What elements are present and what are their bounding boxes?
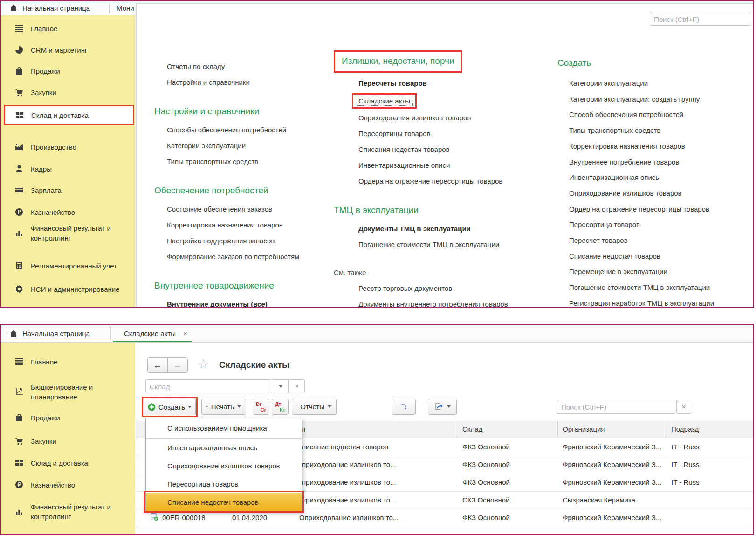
menu-link[interactable]: Типы транспортных средств bbox=[557, 123, 714, 138]
tab-home[interactable]: Начальная страница bbox=[3, 325, 96, 342]
sidebar-item-glavnoe[interactable]: Главное bbox=[14, 355, 57, 369]
menu-link[interactable]: Списание недостач товаров bbox=[557, 248, 714, 264]
sidebar-item-label: CRM и маркетинг bbox=[31, 46, 87, 54]
menu-link[interactable]: Списания недостач товаров bbox=[334, 142, 508, 158]
tab-close-icon[interactable]: × bbox=[183, 330, 187, 337]
menu-link[interactable]: Формирование заказов по потребностям bbox=[154, 249, 299, 265]
menu-link[interactable]: Внутреннее потребление товаров bbox=[557, 154, 714, 170]
back-button[interactable]: ← bbox=[147, 357, 168, 373]
menu-link[interactable]: Документы внутреннего потребления товаро… bbox=[334, 296, 508, 308]
dr-cr-button[interactable]: Dr Cr bbox=[253, 399, 269, 415]
sidebar-item-label: Финансовый результат и контроллинг bbox=[31, 223, 126, 243]
menu-link[interactable]: Способы обеспечения потребностей bbox=[154, 122, 299, 138]
menu-link[interactable]: Регистрация наработок ТМЦ в эксплуатации bbox=[557, 295, 714, 308]
menu-link[interactable]: Инвентаризационные описи bbox=[334, 158, 508, 173]
ruble-icon bbox=[14, 480, 24, 490]
menu-link-focused[interactable]: Складские акты bbox=[356, 96, 413, 106]
cell-department: IT - Russ bbox=[671, 443, 700, 451]
cell-organization: Сызранская Керамика bbox=[563, 496, 635, 504]
menu-item[interactable]: С использованием помощника bbox=[146, 418, 302, 439]
menu-link[interactable]: Категории эксплуатации: создать группу bbox=[557, 91, 714, 107]
page-title: Складские акты bbox=[219, 360, 289, 370]
search-input[interactable] bbox=[650, 13, 751, 26]
menu-link[interactable]: Категории эксплуатации bbox=[557, 76, 714, 91]
menu-link[interactable]: Реестр торговых документов bbox=[334, 281, 508, 296]
tab-skladskie-akty[interactable]: Складские акты × bbox=[117, 325, 194, 342]
create-button[interactable]: Создать bbox=[144, 399, 196, 415]
menu-link[interactable]: Пересортицы товаров bbox=[334, 126, 508, 142]
screenshot-2-frame: Начальная страница Складские акты × Глав… bbox=[0, 324, 754, 535]
sidebar-item-sklad-highlighted[interactable]: Склад и доставка bbox=[4, 105, 134, 125]
cell-organization: Фряновский Керамический З... bbox=[563, 514, 661, 522]
menu-item[interactable]: Оприходование излишков товаров bbox=[146, 457, 302, 475]
cell-type: писание недостач товаров bbox=[302, 443, 388, 451]
menu-link[interactable]: Категории эксплуатации bbox=[154, 138, 299, 154]
list-search-input[interactable] bbox=[557, 400, 675, 414]
filter-clear-button[interactable]: × bbox=[289, 379, 305, 393]
sidebar-item-zarplata[interactable]: Зарплата bbox=[14, 183, 62, 197]
section-title: Создать bbox=[557, 56, 714, 70]
sidebar-item-kaznacheystvo[interactable]: Казначейство bbox=[14, 478, 75, 492]
post-document-button[interactable] bbox=[392, 399, 416, 415]
menu-link[interactable]: Пересортица товаров bbox=[557, 217, 714, 233]
card-icon bbox=[14, 185, 24, 195]
menu-link[interactable]: Оприходования излишков товаров bbox=[334, 110, 508, 126]
menu-link[interactable]: Способ обеспечения потребностей bbox=[557, 107, 714, 123]
menu-link[interactable]: Корректировка назначения товаров bbox=[154, 217, 299, 233]
menu-link[interactable]: Состояние обеспечения заказов bbox=[154, 201, 299, 217]
document-send-icon bbox=[434, 403, 444, 411]
menu-link[interactable]: Пересчет товаров bbox=[557, 233, 714, 248]
favorite-star-icon[interactable]: ☆ bbox=[198, 357, 209, 372]
menu-link[interactable]: Корректировка назначения товаров bbox=[557, 138, 714, 154]
menu-link[interactable]: Погашение стоимости ТМЦ в эксплуатации bbox=[334, 237, 508, 253]
cell-type: приходование излишков то... bbox=[302, 478, 396, 486]
sidebar-item-sklad[interactable]: Склад и доставка bbox=[14, 456, 88, 470]
menu-link[interactable]: Документы ТМЦ в эксплуатации bbox=[334, 221, 508, 237]
reports-button[interactable]: Отчеты bbox=[292, 399, 337, 415]
sidebar-item-nsi[interactable]: НСИ и администрирование bbox=[14, 277, 126, 301]
annotation-box-skladskie-akty: Складские акты bbox=[352, 93, 417, 109]
sidebar-item-finrezultat[interactable]: Финансовый результат и контроллинг bbox=[14, 221, 126, 245]
chevron-down-icon bbox=[447, 405, 451, 408]
sidebar-item-kaznacheystvo[interactable]: Казначейство bbox=[14, 205, 75, 219]
sidebar-item-zakupki[interactable]: Закупки bbox=[14, 434, 56, 448]
menu-item[interactable]: Инвентаризационная опись bbox=[146, 439, 302, 457]
sidebar-item-label: НСИ и администрирование bbox=[31, 284, 120, 294]
sidebar-item-label: Главное bbox=[31, 25, 57, 33]
sidebar-item-prodazhi[interactable]: Продажи bbox=[14, 64, 60, 78]
dt-kt-button[interactable]: Дт Кт bbox=[272, 399, 289, 415]
tab-divider bbox=[109, 3, 110, 13]
sidebar-item-reglament-uchet[interactable]: Регламентированный учет bbox=[14, 259, 117, 273]
menu-link[interactable]: Типы транспортных средств bbox=[154, 154, 299, 170]
cart-icon bbox=[14, 436, 24, 446]
menu-link[interactable]: Пересчеты товаров bbox=[334, 76, 508, 91]
filter-dropdown-button[interactable] bbox=[273, 379, 289, 393]
cell-organization: Фряновский Керамический З... bbox=[563, 460, 661, 468]
cell-department: IT - Russ bbox=[671, 478, 700, 486]
tab-home[interactable]: Начальная страница bbox=[3, 1, 96, 15]
menu-link[interactable]: Оприходование излишков товаров bbox=[557, 186, 714, 201]
menu-link[interactable]: Настройки и справочники bbox=[154, 75, 299, 90]
print-button[interactable]: Печать bbox=[201, 399, 246, 415]
sidebar-item-zakupki[interactable]: Закупки bbox=[14, 85, 56, 99]
sidebar-item-prodazhi[interactable]: Продажи bbox=[14, 411, 60, 425]
menu-link[interactable]: Ордера на отражение пересортицы товаров bbox=[334, 173, 508, 189]
sidebar-item-budget[interactable]: Бюджетирование и планирование bbox=[14, 380, 126, 404]
menu-link[interactable]: Настройка поддержания запасов bbox=[154, 233, 299, 249]
search-clear-button[interactable]: × bbox=[676, 400, 691, 414]
edi-send-button[interactable] bbox=[428, 399, 457, 415]
sidebar-item-glavnoe[interactable]: Главное bbox=[14, 21, 57, 35]
menu-link[interactable]: Погашение стоимости ТМЦ в эксплуатации bbox=[557, 280, 714, 295]
menu-link[interactable]: Ордер на отражение пересортицы товаров bbox=[557, 201, 714, 217]
sidebar-item-finrezultat[interactable]: Финансовый результат и контроллинг bbox=[14, 500, 126, 523]
menu-link[interactable]: Перемещение в эксплуатации bbox=[557, 264, 714, 280]
sidebar-item-crm[interactable]: CRM и маркетинг bbox=[14, 43, 87, 57]
menu-link[interactable]: Инвентаризационная опись bbox=[557, 170, 714, 186]
sidebar-item-proizvodstvo[interactable]: Производство bbox=[14, 140, 76, 154]
menu-link[interactable]: Внутренние документы (все) bbox=[154, 296, 299, 308]
menu-link[interactable]: Отчеты по складу bbox=[154, 59, 299, 75]
forward-button[interactable]: → bbox=[167, 357, 188, 373]
warehouse-filter-input[interactable] bbox=[145, 379, 272, 393]
menu-icon bbox=[14, 23, 24, 34]
sidebar-item-kadry[interactable]: Кадры bbox=[14, 162, 52, 176]
